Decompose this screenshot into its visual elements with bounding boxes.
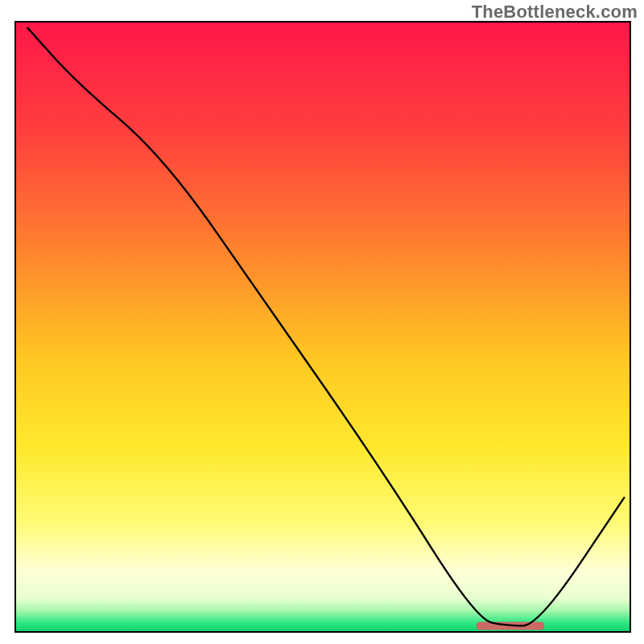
chart-container: TheBottleneck.com — [0, 0, 644, 644]
plot-background — [15, 22, 630, 632]
bottleneck-curve-chart — [0, 0, 644, 644]
watermark-text: TheBottleneck.com — [472, 2, 638, 23]
